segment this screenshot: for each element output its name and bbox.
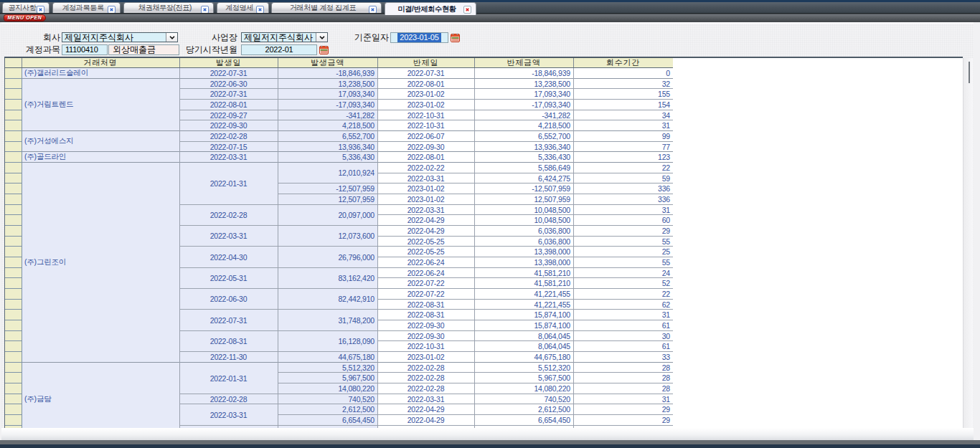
occurrence-amount-cell[interactable]: 13,238,500: [278, 79, 377, 88]
occurrence-amount-cell[interactable]: 5,336,430: [278, 152, 377, 162]
repayment-amount-cell[interactable]: -17,093,340: [474, 100, 573, 110]
repayment-date-cell[interactable]: 2022-08-01: [377, 79, 474, 88]
repayment-date-cell[interactable]: 2022-08-31: [377, 310, 474, 320]
collection-days-cell[interactable]: 24: [573, 268, 673, 277]
occurrence-amount-cell[interactable]: -17,093,340: [278, 100, 377, 110]
repayment-date-cell[interactable]: 2022-08-31: [377, 300, 474, 309]
calendar-icon[interactable]: [451, 33, 460, 42]
repayment-amount-cell[interactable]: 5,967,500: [474, 373, 573, 383]
occurrence-date-cell[interactable]: 2022-07-31: [179, 68, 278, 78]
collection-days-cell[interactable]: 34: [573, 110, 673, 120]
close-icon[interactable]: [108, 6, 116, 14]
repayment-amount-cell[interactable]: 5,512,320: [474, 363, 573, 372]
collection-days-cell[interactable]: 62: [573, 300, 673, 309]
chevron-down-icon[interactable]: [166, 33, 177, 42]
repayment-date-cell[interactable]: 2023-01-02: [377, 352, 474, 362]
repayment-date-cell[interactable]: 2022-05-25: [377, 237, 474, 246]
close-icon[interactable]: [201, 6, 209, 14]
collection-days-cell[interactable]: 28: [573, 373, 673, 383]
row-selector[interactable]: [4, 278, 22, 289]
occurrence-date-cell[interactable]: 2022-05-31: [179, 268, 278, 288]
repayment-amount-cell[interactable]: 12,507,959: [474, 194, 573, 204]
repayment-amount-cell[interactable]: 41,581,210: [474, 268, 573, 277]
occurrence-amount-cell[interactable]: -12,507,959: [278, 184, 377, 194]
collection-days-cell[interactable]: 28: [573, 363, 673, 372]
occurrence-date-cell[interactable]: 2022-02-28: [179, 394, 278, 404]
row-selector[interactable]: [4, 300, 22, 310]
repayment-amount-cell[interactable]: 6,036,800: [474, 237, 573, 246]
repayment-date-cell[interactable]: 2022-09-30: [377, 331, 474, 340]
repayment-date-cell[interactable]: 2023-01-02: [377, 184, 474, 194]
repayment-date-cell[interactable]: 2022-03-31: [377, 173, 474, 183]
collection-days-cell[interactable]: 33: [573, 352, 673, 362]
repayment-amount-cell[interactable]: 44,675,180: [474, 352, 573, 362]
close-icon[interactable]: [37, 6, 44, 14]
row-selector[interactable]: [4, 320, 22, 331]
occurrence-amount-cell[interactable]: 740,520: [278, 394, 377, 404]
collection-days-cell[interactable]: 22: [573, 163, 673, 173]
tab-notice[interactable]: 공지사항: [2, 2, 50, 13]
repayment-amount-cell[interactable]: -12,507,959: [474, 184, 573, 194]
repayment-date-cell[interactable]: 2022-07-31: [377, 68, 474, 78]
close-icon[interactable]: [369, 6, 377, 14]
vertical-scrollbar-thumb[interactable]: [969, 62, 970, 83]
repayment-date-cell[interactable]: 2022-02-22: [377, 163, 474, 173]
occurrence-amount-cell[interactable]: 12,507,959: [278, 194, 377, 204]
row-selector[interactable]: [4, 247, 22, 257]
occurrence-date-cell[interactable]: 2022-06-30: [179, 79, 278, 88]
row-selector[interactable]: [4, 152, 22, 163]
occurrence-amount-cell[interactable]: 4,218,500: [278, 120, 377, 130]
collection-days-cell[interactable]: 25: [573, 247, 673, 257]
row-selector[interactable]: [4, 89, 22, 100]
collection-days-cell[interactable]: 31: [573, 120, 673, 130]
row-selector[interactable]: [4, 373, 22, 383]
repayment-date-cell[interactable]: 2023-01-02: [377, 100, 474, 110]
collection-days-cell[interactable]: 155: [573, 89, 673, 99]
base-date-input[interactable]: 2023-01-05: [390, 32, 448, 43]
occurrence-amount-cell[interactable]: 82,442,910: [278, 289, 377, 309]
vertical-scrollbar[interactable]: [963, 58, 973, 428]
repayment-amount-cell[interactable]: 41,581,210: [474, 278, 573, 288]
customer-name-cell[interactable]: (주)거림트렌드: [22, 79, 179, 130]
collection-days-cell[interactable]: 154: [573, 100, 673, 110]
row-selector[interactable]: [4, 110, 22, 120]
tab-customer-summary[interactable]: 거래처별 계정 집계표: [271, 2, 382, 13]
repayment-amount-cell[interactable]: 6,424,275: [474, 173, 573, 183]
repayment-date-cell[interactable]: 2022-04-29: [377, 404, 474, 414]
period-start-input[interactable]: 2022-01: [241, 44, 317, 55]
repayment-date-cell[interactable]: 2022-03-31: [377, 394, 474, 404]
repayment-date-cell[interactable]: 2022-03-31: [377, 205, 474, 214]
occurrence-amount-cell[interactable]: 20,097,000: [278, 205, 377, 225]
collection-days-cell[interactable]: 336: [573, 184, 673, 194]
row-selector[interactable]: [4, 341, 22, 352]
customer-name-cell[interactable]: (주)골드라인: [22, 152, 179, 162]
occurrence-date-cell[interactable]: 2022-08-31: [179, 331, 278, 351]
tab-open-repayment-status[interactable]: 미결/반제회수현황: [385, 2, 476, 15]
repayment-date-cell[interactable]: 2023-01-02: [377, 89, 474, 99]
occurrence-date-cell[interactable]: 2022-06-30: [179, 289, 278, 309]
collection-days-cell[interactable]: 30: [573, 331, 673, 340]
occurrence-amount-cell[interactable]: 31,748,200: [278, 310, 377, 330]
row-selector[interactable]: [4, 215, 22, 226]
company-select[interactable]: 제일저지주식회사: [62, 32, 178, 42]
account-code-input[interactable]: 11100410: [62, 44, 108, 55]
repayment-amount-cell[interactable]: 5,336,430: [474, 152, 573, 162]
row-selector[interactable]: [4, 415, 22, 426]
repayment-date-cell[interactable]: 2022-06-24: [377, 268, 474, 277]
collection-days-cell[interactable]: 31: [573, 394, 673, 404]
row-selector[interactable]: [4, 394, 22, 404]
occurrence-amount-cell[interactable]: 5,967,500: [278, 373, 377, 383]
menu-open-button[interactable]: MENU OPEN: [4, 14, 46, 22]
close-icon[interactable]: [256, 6, 264, 14]
row-selector[interactable]: [4, 331, 22, 341]
row-selector[interactable]: [4, 257, 22, 268]
repayment-amount-cell[interactable]: -18,846,939: [474, 68, 573, 78]
repayment-date-cell[interactable]: 2022-04-29: [377, 415, 474, 425]
collection-days-cell[interactable]: 336: [573, 194, 673, 204]
occurrence-date-cell[interactable]: 2022-03-31: [179, 404, 278, 425]
tab-receivable-ledger[interactable]: 채권채무장(전표): [123, 2, 214, 13]
collection-days-cell[interactable]: 60: [573, 215, 673, 225]
repayment-date-cell[interactable]: 2022-02-28: [377, 383, 474, 394]
row-selector[interactable]: [4, 68, 22, 79]
repayment-amount-cell[interactable]: 6,654,450: [474, 415, 573, 425]
